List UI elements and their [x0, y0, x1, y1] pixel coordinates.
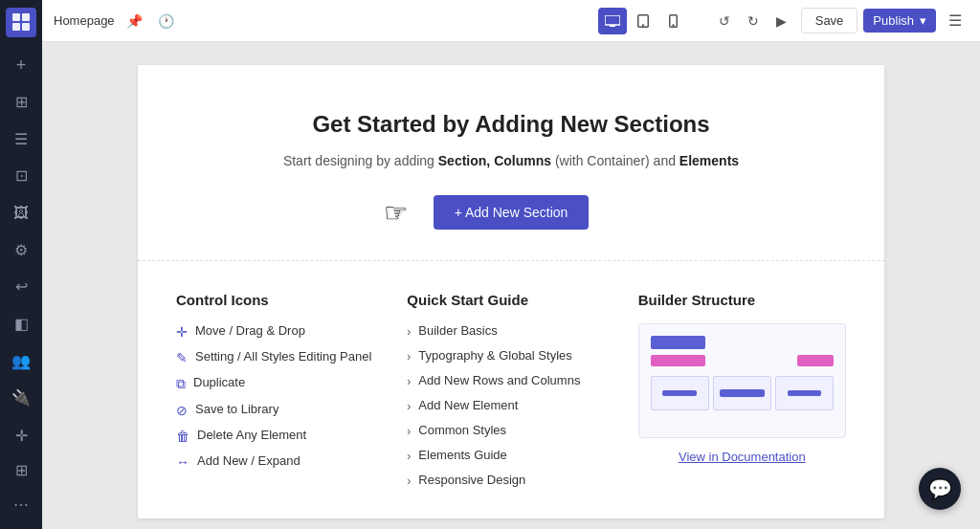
delete-icon: 🗑: [176, 429, 189, 444]
view-docs-link[interactable]: View in Documentation: [638, 450, 846, 464]
list-item: ✎ Setting / All Styles Editing Panel: [176, 349, 384, 365]
list-item[interactable]: › Elements Guide: [407, 448, 614, 463]
list-item: ⊘ Save to Library: [176, 402, 384, 418]
page-name: Homepage: [54, 13, 115, 28]
svg-rect-0: [12, 13, 20, 21]
topbar-actions: ↺ ↻ ▶ Save Publish ▾ ☰: [711, 8, 969, 34]
chevron-icon: ›: [407, 325, 411, 339]
sidebar-icon-layout[interactable]: ⊞: [4, 452, 38, 487]
sidebar-icon-page[interactable]: ☰: [4, 122, 38, 156]
chevron-icon: ›: [407, 400, 411, 413]
undo-btn[interactable]: ↺: [711, 8, 738, 34]
quick-start-col: Quick Start Guide › Builder Basics › Typ…: [407, 292, 614, 488]
canvas-area: Get Started by Adding New Sections Start…: [42, 42, 980, 529]
add-new-section-button[interactable]: + Add New Section: [434, 195, 590, 230]
builder-preview: [638, 323, 846, 438]
svg-rect-3: [22, 23, 30, 31]
svg-point-9: [673, 25, 674, 26]
list-item[interactable]: › Add New Element: [407, 398, 614, 413]
sidebar-icon-elements[interactable]: ⊡: [4, 160, 38, 193]
sidebar: + ⊞ ☰ ⊡ 🖼 ⚙ ↩ ◧ 👥 🔌 ✛ ⊞ ⋯: [0, 0, 42, 529]
control-icons-list: ✛ Move / Drag & Drop ✎ Setting / All Sty…: [176, 323, 384, 470]
publish-chevron-icon: ▾: [920, 13, 926, 28]
sidebar-icon-plugins[interactable]: 🔌: [4, 381, 38, 414]
sidebar-icon-media[interactable]: 🖼: [4, 196, 38, 230]
svg-rect-1: [22, 13, 30, 21]
list-item[interactable]: › Responsive Design: [407, 473, 614, 488]
hero-section: Get Started by Adding New Sections Start…: [138, 65, 884, 261]
view-tablet-btn[interactable]: [629, 8, 657, 34]
save-button[interactable]: Save: [801, 8, 858, 33]
builder-structure-col: Builder Structure: [638, 292, 846, 488]
topbar: Homepage 📌 🕐: [42, 0, 980, 42]
settings-edit-icon: ✎: [176, 350, 188, 365]
pin-icon[interactable]: 📌: [122, 10, 146, 33]
preview-col-inner-2: [720, 389, 765, 397]
add-expand-icon: ↔: [176, 454, 189, 470]
move-icon: ✛: [176, 324, 188, 340]
hero-cta-area: ☞ + Add New Section: [161, 195, 861, 230]
sidebar-icon-style[interactable]: ◧: [4, 307, 38, 341]
builder-structure-heading: Builder Structure: [638, 292, 846, 308]
svg-rect-2: [12, 23, 20, 31]
list-item: ✛ Move / Drag & Drop: [176, 323, 384, 340]
cursor-hand-icon: ☞: [384, 197, 408, 229]
preview-pink-bar-left: [651, 355, 705, 366]
undo-redo-group: ↺ ↻ ▶: [711, 8, 795, 34]
list-item: 🗑 Delete Any Element: [176, 428, 384, 444]
view-toggle-group: [598, 8, 688, 34]
svg-rect-5: [610, 25, 615, 27]
preview-col-inner-3: [788, 390, 821, 396]
publish-button[interactable]: Publish ▾: [863, 9, 936, 33]
preview-col-inner-1: [662, 390, 696, 396]
list-item: ↔ Add New / Expand: [176, 453, 384, 470]
hero-subtitle: Start designing by adding Section, Colum…: [161, 153, 861, 168]
sidebar-icon-add[interactable]: +: [4, 49, 38, 82]
chevron-icon: ›: [407, 375, 411, 388]
list-item[interactable]: › Typography & Global Styles: [407, 348, 614, 364]
preview-col-3: [775, 376, 834, 410]
list-item: ⧉ Duplicate: [176, 375, 384, 392]
sidebar-icon-settings[interactable]: ⚙: [4, 233, 38, 267]
preview-btn[interactable]: ▶: [768, 8, 795, 34]
sidebar-icon-layers[interactable]: ⊞: [4, 85, 38, 119]
list-item[interactable]: › Add New Rows and Columns: [407, 373, 614, 388]
view-desktop-btn[interactable]: [598, 8, 627, 34]
sidebar-icon-users[interactable]: 👥: [4, 344, 38, 378]
chevron-icon: ›: [407, 350, 411, 364]
chevron-icon: ›: [407, 450, 411, 463]
sidebar-icon-move[interactable]: ✛: [4, 418, 38, 452]
sidebar-icon-back[interactable]: ↩: [4, 271, 38, 304]
add-section-cta: ☞ + Add New Section: [434, 195, 590, 230]
preview-col-2: [713, 376, 771, 410]
preview-col-1: [651, 376, 709, 410]
preview-header-bar: [651, 336, 705, 349]
list-item[interactable]: › Common Styles: [407, 423, 614, 438]
preview-spacer: [709, 355, 793, 366]
redo-btn[interactable]: ↻: [740, 8, 767, 34]
chevron-icon: ›: [407, 474, 411, 488]
preview-pink-bar-right: [797, 355, 834, 366]
quick-start-heading: Quick Start Guide: [407, 292, 614, 308]
control-icons-col: Control Icons ✛ Move / Drag & Drop ✎ Set…: [176, 292, 384, 488]
chat-bubble[interactable]: 💬: [919, 468, 961, 510]
control-icons-heading: Control Icons: [176, 292, 384, 308]
svg-rect-4: [605, 15, 620, 25]
view-mobile-btn[interactable]: [659, 8, 688, 34]
chat-icon: 💬: [928, 477, 952, 500]
main-area: Homepage 📌 🕐: [42, 0, 980, 529]
list-item[interactable]: › Builder Basics: [407, 323, 614, 339]
svg-point-7: [642, 25, 643, 26]
page-canvas: Get Started by Adding New Sections Start…: [138, 65, 884, 518]
hamburger-menu-btn[interactable]: ☰: [942, 8, 969, 34]
app-logo[interactable]: [6, 8, 36, 37]
info-section: Control Icons ✛ Move / Drag & Drop ✎ Set…: [138, 261, 884, 518]
chevron-icon: ›: [407, 425, 411, 438]
quick-start-list: › Builder Basics › Typography & Global S…: [407, 323, 614, 488]
preview-row2: [651, 355, 834, 366]
history-icon[interactable]: 🕐: [154, 10, 178, 33]
duplicate-icon: ⧉: [176, 376, 186, 392]
preview-row3: [651, 376, 834, 410]
publish-label: Publish: [873, 13, 914, 28]
sidebar-icon-more[interactable]: ⋯: [4, 487, 38, 521]
